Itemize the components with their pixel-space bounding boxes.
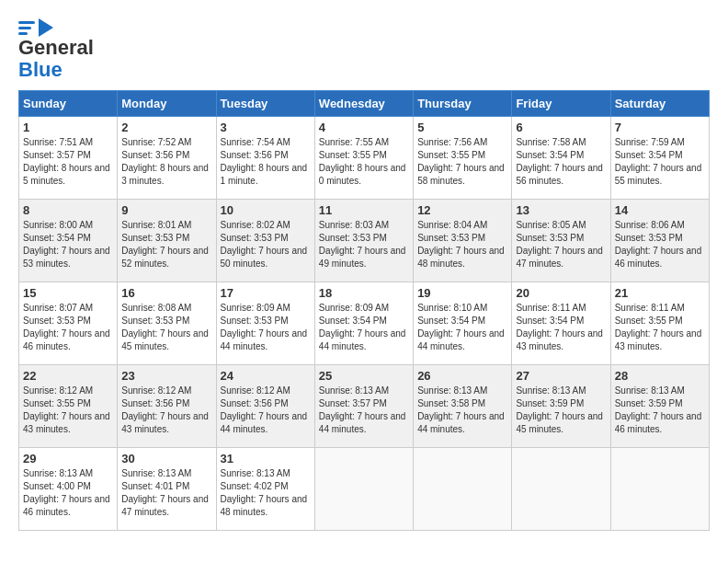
day-number: 25 xyxy=(319,369,409,383)
day-info: Sunrise: 7:52 AMSunset: 3:56 PMDaylight:… xyxy=(121,136,211,188)
day-number: 11 xyxy=(319,203,409,217)
calendar-cell: 28Sunrise: 8:13 AMSunset: 3:59 PMDayligh… xyxy=(610,365,709,448)
day-info: Sunrise: 8:12 AMSunset: 3:56 PMDaylight:… xyxy=(221,385,311,436)
day-number: 31 xyxy=(221,452,311,465)
day-number: 10 xyxy=(221,203,311,217)
day-info: Sunrise: 8:03 AMSunset: 3:53 PMDaylight:… xyxy=(319,219,409,270)
day-info: Sunrise: 8:08 AMSunset: 3:53 PMDaylight:… xyxy=(121,302,211,353)
calendar-week-5: 29Sunrise: 8:13 AMSunset: 4:00 PMDayligh… xyxy=(19,448,710,531)
day-number: 2 xyxy=(121,121,211,134)
day-number: 6 xyxy=(516,121,606,134)
logo: GeneralBlue xyxy=(18,18,94,81)
day-number: 20 xyxy=(516,286,606,300)
day-info: Sunrise: 8:00 AMSunset: 3:54 PMDaylight:… xyxy=(23,219,113,270)
calendar-week-4: 22Sunrise: 8:12 AMSunset: 3:55 PMDayligh… xyxy=(19,365,710,448)
day-info: Sunrise: 8:02 AMSunset: 3:53 PMDaylight:… xyxy=(221,219,311,270)
calendar-cell: 30Sunrise: 8:13 AMSunset: 4:01 PMDayligh… xyxy=(118,448,216,531)
calendar-cell xyxy=(314,448,413,531)
calendar-cell: 19Sunrise: 8:10 AMSunset: 3:54 PMDayligh… xyxy=(414,282,512,365)
day-info: Sunrise: 7:59 AMSunset: 3:54 PMDaylight:… xyxy=(615,136,705,188)
day-number: 17 xyxy=(221,286,311,300)
calendar-cell: 20Sunrise: 8:11 AMSunset: 3:54 PMDayligh… xyxy=(512,282,610,365)
calendar-cell: 10Sunrise: 8:02 AMSunset: 3:53 PMDayligh… xyxy=(216,200,314,282)
weekday-header-thursday: Thursday xyxy=(414,91,512,117)
day-number: 9 xyxy=(121,203,211,217)
weekday-header-friday: Friday xyxy=(512,91,610,117)
day-info: Sunrise: 8:11 AMSunset: 3:55 PMDaylight:… xyxy=(615,302,705,353)
calendar-cell: 14Sunrise: 8:06 AMSunset: 3:53 PMDayligh… xyxy=(610,200,709,282)
calendar-cell: 9Sunrise: 8:01 AMSunset: 3:53 PMDaylight… xyxy=(118,200,216,282)
day-number: 5 xyxy=(417,121,507,134)
day-number: 18 xyxy=(319,286,409,300)
day-number: 1 xyxy=(23,121,113,134)
weekday-header-tuesday: Tuesday xyxy=(216,91,314,117)
logo-line-1 xyxy=(18,21,35,24)
calendar-cell: 29Sunrise: 8:13 AMSunset: 4:00 PMDayligh… xyxy=(19,448,118,531)
day-info: Sunrise: 8:13 AMSunset: 3:57 PMDaylight:… xyxy=(319,385,409,436)
calendar-cell: 6Sunrise: 7:58 AMSunset: 3:54 PMDaylight… xyxy=(512,117,610,200)
calendar-cell: 17Sunrise: 8:09 AMSunset: 3:53 PMDayligh… xyxy=(216,282,314,365)
day-number: 28 xyxy=(615,369,705,383)
day-number: 23 xyxy=(121,369,211,383)
logo-triangle xyxy=(39,18,53,37)
page-header: GeneralBlue xyxy=(18,18,710,81)
day-info: Sunrise: 8:13 AMSunset: 3:58 PMDaylight:… xyxy=(417,385,507,436)
day-number: 12 xyxy=(417,203,507,217)
day-info: Sunrise: 8:13 AMSunset: 4:01 PMDaylight:… xyxy=(121,467,211,519)
day-number: 29 xyxy=(23,452,113,465)
day-info: Sunrise: 8:07 AMSunset: 3:53 PMDaylight:… xyxy=(23,302,113,353)
weekday-header-saturday: Saturday xyxy=(610,91,709,117)
day-number: 22 xyxy=(23,369,113,383)
day-info: Sunrise: 8:13 AMSunset: 3:59 PMDaylight:… xyxy=(615,385,705,436)
calendar-cell: 2Sunrise: 7:52 AMSunset: 3:56 PMDaylight… xyxy=(118,117,216,200)
day-number: 21 xyxy=(615,286,705,300)
day-info: Sunrise: 7:56 AMSunset: 3:55 PMDaylight:… xyxy=(417,136,507,188)
calendar-cell: 23Sunrise: 8:12 AMSunset: 3:56 PMDayligh… xyxy=(118,365,216,448)
day-number: 14 xyxy=(615,203,705,217)
calendar-cell: 25Sunrise: 8:13 AMSunset: 3:57 PMDayligh… xyxy=(314,365,413,448)
day-number: 16 xyxy=(121,286,211,300)
day-info: Sunrise: 7:58 AMSunset: 3:54 PMDaylight:… xyxy=(516,136,606,188)
day-number: 15 xyxy=(23,286,113,300)
calendar-cell xyxy=(610,448,709,531)
calendar-cell xyxy=(414,448,512,531)
day-number: 30 xyxy=(121,452,211,465)
day-info: Sunrise: 8:13 AMSunset: 3:59 PMDaylight:… xyxy=(516,385,606,436)
day-info: Sunrise: 8:11 AMSunset: 3:54 PMDaylight:… xyxy=(516,302,606,353)
calendar-cell: 21Sunrise: 8:11 AMSunset: 3:55 PMDayligh… xyxy=(610,282,709,365)
logo-lines xyxy=(18,21,35,35)
weekday-header-sunday: Sunday xyxy=(19,91,118,117)
calendar-cell: 13Sunrise: 8:05 AMSunset: 3:53 PMDayligh… xyxy=(512,200,610,282)
calendar-cell xyxy=(512,448,610,531)
day-info: Sunrise: 8:01 AMSunset: 3:53 PMDaylight:… xyxy=(121,219,211,270)
day-number: 7 xyxy=(615,121,705,134)
day-info: Sunrise: 8:13 AMSunset: 4:02 PMDaylight:… xyxy=(221,467,311,519)
day-info: Sunrise: 8:09 AMSunset: 3:53 PMDaylight:… xyxy=(221,302,311,353)
weekday-header-wednesday: Wednesday xyxy=(314,91,413,117)
day-info: Sunrise: 7:55 AMSunset: 3:55 PMDaylight:… xyxy=(319,136,409,188)
calendar-header-row: SundayMondayTuesdayWednesdayThursdayFrid… xyxy=(19,91,710,117)
day-info: Sunrise: 8:04 AMSunset: 3:53 PMDaylight:… xyxy=(417,219,507,270)
day-number: 8 xyxy=(23,203,113,217)
day-info: Sunrise: 8:09 AMSunset: 3:54 PMDaylight:… xyxy=(319,302,409,353)
calendar-cell: 16Sunrise: 8:08 AMSunset: 3:53 PMDayligh… xyxy=(118,282,216,365)
calendar-week-1: 1Sunrise: 7:51 AMSunset: 3:57 PMDaylight… xyxy=(19,117,710,200)
calendar-cell: 3Sunrise: 7:54 AMSunset: 3:56 PMDaylight… xyxy=(216,117,314,200)
day-info: Sunrise: 8:05 AMSunset: 3:53 PMDaylight:… xyxy=(516,219,606,270)
weekday-header-monday: Monday xyxy=(118,91,216,117)
day-info: Sunrise: 7:51 AMSunset: 3:57 PMDaylight:… xyxy=(23,136,113,188)
calendar-week-3: 15Sunrise: 8:07 AMSunset: 3:53 PMDayligh… xyxy=(19,282,710,365)
calendar-cell: 24Sunrise: 8:12 AMSunset: 3:56 PMDayligh… xyxy=(216,365,314,448)
day-number: 13 xyxy=(516,203,606,217)
calendar-cell: 4Sunrise: 7:55 AMSunset: 3:55 PMDaylight… xyxy=(314,117,413,200)
day-number: 24 xyxy=(221,369,311,383)
logo-blue: Blue xyxy=(18,58,63,81)
calendar-cell: 1Sunrise: 7:51 AMSunset: 3:57 PMDaylight… xyxy=(19,117,118,200)
calendar-table: SundayMondayTuesdayWednesdayThursdayFrid… xyxy=(18,90,710,531)
day-info: Sunrise: 8:12 AMSunset: 3:55 PMDaylight:… xyxy=(23,385,113,436)
calendar-cell: 27Sunrise: 8:13 AMSunset: 3:59 PMDayligh… xyxy=(512,365,610,448)
day-number: 19 xyxy=(417,286,507,300)
day-info: Sunrise: 8:13 AMSunset: 4:00 PMDaylight:… xyxy=(23,467,113,519)
calendar-cell: 7Sunrise: 7:59 AMSunset: 3:54 PMDaylight… xyxy=(610,117,709,200)
day-number: 3 xyxy=(221,121,311,134)
